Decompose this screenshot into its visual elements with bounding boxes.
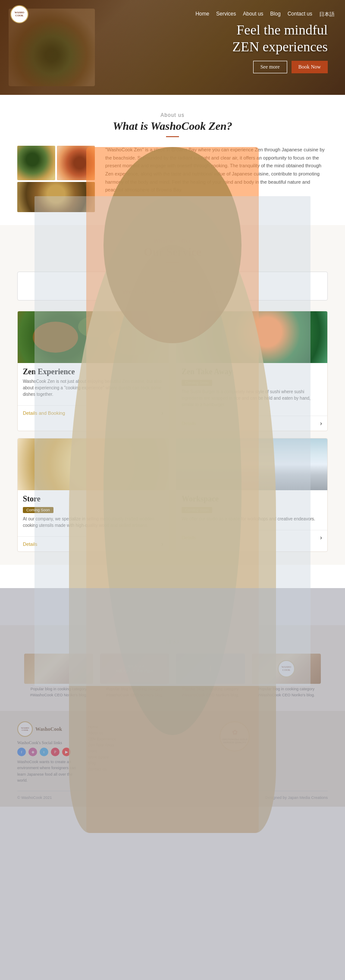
logo[interactable]: WASHOCOOK (10, 5, 28, 23)
services-section: What we offer Our Service News WashoCook… (0, 225, 345, 565)
see-more-button[interactable]: See more (253, 61, 287, 73)
hero-content: Feel the mindful ZEN experiences See mor… (232, 22, 345, 73)
about-label: About us (17, 112, 328, 118)
nav-home[interactable]: Home (195, 11, 209, 18)
about-divider (166, 136, 179, 137)
about-image-1 (17, 146, 55, 180)
hero-buttons: See more Book Now (232, 61, 328, 73)
card-arrow-zen-takeaway: › (320, 420, 322, 427)
nav-blog[interactable]: Blog (270, 11, 281, 18)
about-title: What is WashoCook Zen? (17, 120, 328, 133)
card-arrow-workspace: › (320, 534, 322, 542)
navigation: WASHOCOOK Home Services About us Blog Co… (0, 0, 345, 28)
service-cards: Zen Experience WashoCook Zen is not just… (17, 311, 328, 552)
nav-about[interactable]: About us (243, 11, 263, 18)
card-workspace: Workspace Coming Soon We offer our studi… (176, 438, 328, 552)
book-now-button[interactable]: Book Now (292, 61, 328, 73)
logo-icon: WASHOCOOK (10, 5, 28, 23)
nav-contact[interactable]: Contact us (288, 11, 312, 18)
card-image-workspace (176, 438, 327, 490)
nav-japanese[interactable]: 日本語 (319, 11, 335, 18)
nav-links: Home Services About us Blog Contact us 日… (195, 11, 335, 18)
nav-services[interactable]: Services (216, 11, 236, 18)
